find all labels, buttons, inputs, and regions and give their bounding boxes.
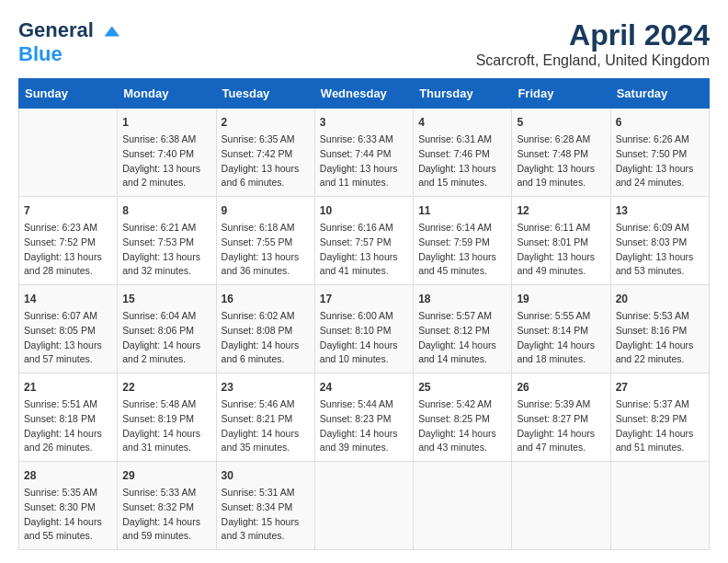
day-info-line: Sunrise: 5:33 AM (122, 486, 210, 500)
day-info-line: and 19 minutes. (517, 176, 605, 190)
calendar-week-row: 14Sunrise: 6:07 AMSunset: 8:05 PMDayligh… (19, 285, 710, 373)
day-info-line: and 10 minutes. (320, 352, 408, 367)
day-info-line: Daylight: 14 hours (320, 427, 408, 442)
calendar-cell: 1Sunrise: 6:38 AMSunset: 7:40 PMDaylight… (118, 109, 216, 197)
calendar-week-row: 28Sunrise: 5:35 AMSunset: 8:30 PMDayligh… (19, 462, 710, 550)
day-info-line: and 24 minutes. (616, 176, 704, 190)
day-number: 12 (517, 202, 605, 219)
day-info-line: Daylight: 13 hours (517, 162, 605, 177)
day-info-line: Sunset: 7:53 PM (122, 236, 210, 250)
col-header-wednesday: Wednesday (314, 79, 413, 109)
day-number: 9 (222, 202, 310, 219)
day-number: 18 (418, 291, 506, 307)
day-info-line: Daylight: 14 hours (222, 427, 310, 442)
calendar-cell: 4Sunrise: 6:31 AMSunset: 7:46 PMDaylight… (414, 109, 512, 197)
day-info-line: Sunrise: 6:18 AM (222, 221, 310, 236)
day-info-line: Sunset: 8:19 PM (122, 412, 210, 427)
day-info-line: Sunrise: 5:55 AM (517, 309, 605, 324)
day-info-line: Daylight: 14 hours (616, 339, 704, 353)
day-info-line: Sunset: 7:52 PM (24, 236, 112, 250)
day-number: 11 (418, 202, 506, 219)
day-info-line: Sunset: 8:30 PM (24, 500, 112, 515)
day-info-line: and 28 minutes. (24, 264, 112, 279)
day-info-line: Sunset: 8:21 PM (222, 412, 310, 427)
day-info-line: Sunrise: 6:14 AM (418, 221, 506, 236)
day-info-line: Daylight: 14 hours (122, 515, 210, 530)
day-info-line: and 51 minutes. (616, 441, 704, 455)
day-info-line: and 32 minutes. (122, 264, 210, 279)
day-number: 20 (616, 291, 704, 307)
month-title: April 2024 (476, 18, 710, 52)
calendar-cell: 16Sunrise: 6:02 AMSunset: 8:08 PMDayligh… (216, 285, 314, 373)
page-header: General Blue April 2024 Scarcroft, Engla… (18, 18, 710, 69)
day-info-line: Daylight: 13 hours (24, 339, 112, 353)
calendar-cell (19, 109, 118, 197)
day-info-line: Daylight: 13 hours (24, 250, 112, 265)
calendar-cell: 24Sunrise: 5:44 AMSunset: 8:23 PMDayligh… (314, 373, 413, 462)
day-info-line: Sunset: 8:06 PM (122, 324, 210, 339)
day-info-line: Sunrise: 5:42 AM (418, 397, 506, 412)
day-number: 17 (320, 291, 408, 307)
calendar-cell: 28Sunrise: 5:35 AMSunset: 8:30 PMDayligh… (19, 462, 118, 550)
day-info-line: Sunrise: 6:31 AM (418, 132, 506, 147)
day-info-line: and 6 minutes. (222, 176, 310, 190)
calendar-cell: 5Sunrise: 6:28 AMSunset: 7:48 PMDaylight… (512, 109, 610, 197)
calendar-cell (414, 462, 512, 550)
day-info-line: and 11 minutes. (320, 176, 408, 190)
day-info-line: Sunset: 8:10 PM (320, 324, 408, 339)
day-info-line: Sunrise: 6:11 AM (517, 221, 605, 236)
day-info-line: and 49 minutes. (517, 264, 605, 279)
day-info-line: and 15 minutes. (418, 176, 506, 190)
day-info-line: and 41 minutes. (320, 264, 408, 279)
day-info-line: Sunrise: 5:31 AM (222, 486, 310, 500)
day-info-line: Sunset: 7:48 PM (517, 147, 605, 162)
calendar-cell: 7Sunrise: 6:23 AMSunset: 7:52 PMDaylight… (19, 197, 118, 285)
calendar-cell: 3Sunrise: 6:33 AMSunset: 7:44 PMDaylight… (314, 109, 413, 197)
day-number: 24 (320, 379, 408, 396)
day-number: 22 (122, 379, 210, 396)
day-number: 5 (517, 114, 605, 131)
day-info-line: Sunset: 7:57 PM (320, 236, 408, 250)
day-info-line: and 47 minutes. (517, 441, 605, 455)
col-header-friday: Friday (512, 79, 610, 109)
day-info-line: and 53 minutes. (616, 264, 704, 279)
calendar-cell: 20Sunrise: 5:53 AMSunset: 8:16 PMDayligh… (610, 285, 709, 373)
day-info-line: Sunrise: 6:28 AM (517, 132, 605, 147)
calendar-cell: 18Sunrise: 5:57 AMSunset: 8:12 PMDayligh… (414, 285, 512, 373)
day-info-line: Sunset: 8:16 PM (616, 324, 704, 339)
day-number: 2 (222, 114, 310, 131)
day-info-line: Sunrise: 5:48 AM (122, 397, 210, 412)
day-info-line: and 35 minutes. (222, 441, 310, 455)
day-number: 29 (122, 467, 210, 484)
day-info-line: Sunset: 8:08 PM (222, 324, 310, 339)
day-number: 13 (616, 202, 704, 219)
day-info-line: Sunset: 8:18 PM (24, 412, 112, 427)
day-info-line: Sunrise: 6:35 AM (222, 132, 310, 147)
day-info-line: and 18 minutes. (517, 352, 605, 367)
col-header-saturday: Saturday (610, 79, 709, 109)
col-header-monday: Monday (118, 79, 216, 109)
day-info-line: Sunset: 7:40 PM (122, 147, 210, 162)
day-info-line: Daylight: 14 hours (517, 427, 605, 442)
day-number: 8 (122, 202, 210, 219)
day-info-line: Daylight: 14 hours (122, 427, 210, 442)
calendar-week-row: 1Sunrise: 6:38 AMSunset: 7:40 PMDaylight… (19, 109, 710, 197)
calendar-cell (314, 462, 413, 550)
day-info-line: Sunrise: 6:09 AM (616, 221, 704, 236)
calendar-cell (610, 462, 709, 550)
day-number: 26 (517, 379, 605, 396)
day-number: 25 (418, 379, 506, 396)
calendar-cell: 9Sunrise: 6:18 AMSunset: 7:55 PMDaylight… (216, 197, 314, 285)
day-number: 10 (320, 202, 408, 219)
day-number: 21 (24, 379, 112, 396)
day-info-line: and 26 minutes. (24, 441, 112, 455)
day-info-line: and 36 minutes. (222, 264, 310, 279)
calendar-cell: 2Sunrise: 6:35 AMSunset: 7:42 PMDaylight… (216, 109, 314, 197)
calendar-cell: 30Sunrise: 5:31 AMSunset: 8:34 PMDayligh… (216, 462, 314, 550)
day-info-line: Sunset: 8:12 PM (418, 324, 506, 339)
day-info-line: and 6 minutes. (222, 352, 310, 367)
day-info-line: and 22 minutes. (616, 352, 704, 367)
calendar-cell: 29Sunrise: 5:33 AMSunset: 8:32 PMDayligh… (118, 462, 216, 550)
day-info-line: and 2 minutes. (122, 176, 210, 190)
day-number: 27 (616, 379, 704, 396)
